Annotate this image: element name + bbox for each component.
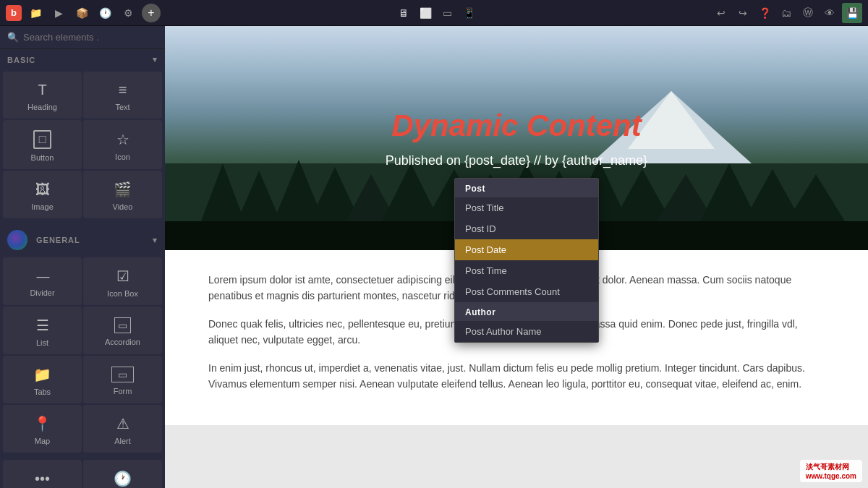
accordion-icon: ▭ — [114, 317, 131, 333]
toolbar-right: ↩ ↪ ❓ 🗂 Ⓦ 👁 💾 — [712, 3, 862, 23]
sidebar-item-heading[interactable]: T Heading — [3, 72, 82, 119]
desktop-icon[interactable]: 🖥 — [394, 4, 413, 22]
content-para-3: In enim just, rhoncus ut, imperdiet a, v… — [208, 360, 825, 393]
sidebar-item-form[interactable]: ▭ Form — [83, 356, 162, 403]
post-group-label: Post — [455, 179, 598, 197]
video-label: Video — [113, 202, 133, 211]
eye-icon[interactable]: 👁 — [820, 4, 839, 22]
heading-label: Heading — [27, 103, 57, 111]
general-elements-grid: — Divider ☑ Icon Box ☰ List ▭ Accordion … — [0, 254, 165, 455]
button-label: Button — [31, 153, 54, 162]
heading-icon: T — [38, 82, 46, 98]
clock2-icon: 🕐 — [114, 470, 132, 487]
play-icon[interactable]: ▶ — [49, 4, 68, 22]
save-icon[interactable]: 💾 — [842, 3, 862, 23]
sidebar-item-tabs[interactable]: 📁 Tabs — [3, 356, 82, 403]
general-section-label: GENERAL — [36, 236, 80, 244]
undo-icon[interactable]: ↩ — [712, 4, 731, 22]
sidebar-item-alert[interactable]: ⚠ Alert — [83, 405, 162, 453]
search-bar: 🔍 — [0, 26, 165, 49]
dropdown-item-post-time[interactable]: Post Time — [455, 260, 598, 281]
sidebar-item-list[interactable]: ☰ List — [3, 307, 82, 354]
sidebar-item-button[interactable]: □ Button — [3, 120, 82, 169]
alert-icon: ⚠ — [116, 415, 129, 432]
icon-label: Icon — [115, 153, 130, 161]
form-icon: ▭ — [111, 367, 134, 382]
icon-box-label: Icon Box — [107, 289, 138, 298]
folder-icon[interactable]: 📁 — [26, 4, 45, 22]
divider-icon: — — [37, 269, 48, 284]
clock-icon[interactable]: 🕐 — [95, 4, 114, 22]
hero-title: Dynamic Content — [391, 108, 641, 143]
text-label: Text — [115, 103, 129, 111]
search-icon: 🔍 — [7, 32, 19, 43]
tablet-portrait-icon[interactable]: ▭ — [438, 4, 456, 22]
list-icon: ☰ — [36, 317, 49, 334]
sidebar-item-icon[interactable]: ☆ Icon — [83, 120, 162, 169]
watermark: 淡气哥素材网 www.tqge.com — [800, 460, 862, 482]
mobile-icon[interactable]: 📱 — [459, 4, 478, 22]
sidebar-item-image[interactable]: 🖼 Image — [3, 171, 82, 218]
general-chevron-icon: ▾ — [153, 236, 158, 245]
button-icon: □ — [33, 130, 52, 149]
add-button[interactable]: + — [142, 4, 161, 22]
dropdown-item-post-date[interactable]: Post Date — [455, 239, 598, 260]
dropdown-menu: Post Post Title Post ID Post Date Post T… — [454, 178, 599, 343]
image-label: Image — [31, 202, 54, 211]
search-input[interactable] — [23, 32, 158, 43]
main-area: 🔍 BASIC ▾ T Heading ≡ Text □ Button ☆ Ic — [0, 26, 868, 488]
tablet-landscape-icon[interactable]: ⬜ — [416, 4, 435, 22]
divider-label: Divider — [30, 288, 54, 297]
sidebar-item-divider[interactable]: — Divider — [3, 257, 82, 305]
sidebar-item-more[interactable]: ••• — [3, 460, 82, 488]
sidebar: 🔍 BASIC ▾ T Heading ≡ Text □ Button ☆ Ic — [0, 26, 165, 488]
sidebar-item-map[interactable]: 📍 Map — [3, 405, 82, 453]
basic-section-header[interactable]: BASIC ▾ — [0, 49, 165, 69]
alert-label: Alert — [114, 437, 131, 445]
sidebar-item-accordion[interactable]: ▭ Accordion — [83, 307, 162, 354]
top-toolbar: b 📁 ▶ 📦 🕐 ⚙ + 🖥 ⬜ ▭ 📱 ↩ ↪ ❓ 🗂 Ⓦ 👁 💾 — [0, 0, 868, 26]
image-icon: 🖼 — [35, 181, 50, 198]
sidebar-item-text[interactable]: ≡ Text — [83, 72, 162, 119]
icon-star-icon: ☆ — [116, 131, 129, 148]
watermark-line1: 淡气哥素材网 — [806, 462, 856, 472]
dropdown-item-post-comments[interactable]: Post Comments Count — [455, 281, 598, 302]
map-icon: 📍 — [33, 415, 51, 432]
general-logo — [7, 230, 27, 250]
archive-icon[interactable]: 📦 — [72, 4, 91, 22]
general-section-header[interactable]: GENERAL ▾ — [0, 224, 165, 254]
tabs-label: Tabs — [34, 388, 51, 396]
canvas-area[interactable]: Dynamic Content Published on {post_date}… — [165, 26, 868, 488]
basic-elements-grid: T Heading ≡ Text □ Button ☆ Icon 🖼 Image… — [0, 69, 165, 221]
text-icon: ≡ — [119, 82, 127, 98]
form-label: Form — [114, 387, 132, 395]
settings-icon[interactable]: ⚙ — [119, 4, 137, 22]
app-logo: b — [6, 5, 22, 21]
dropdown-item-post-id[interactable]: Post ID — [455, 218, 598, 239]
dropdown-item-post-title[interactable]: Post Title — [455, 197, 598, 218]
more-icon: ••• — [35, 471, 50, 487]
hero-subtitle: Published on {post_date} // by {author_n… — [386, 153, 647, 168]
help-icon[interactable]: ❓ — [755, 4, 774, 22]
folder-open-icon[interactable]: 🗂 — [777, 4, 796, 22]
watermark-line2: www.tqge.com — [806, 472, 856, 480]
device-selector: 🖥 ⬜ ▭ 📱 — [394, 4, 478, 22]
dropdown-item-post-author-name[interactable]: Post Author Name — [455, 321, 598, 342]
more-elements-grid: ••• 🕐 — [0, 457, 165, 488]
tabs-icon: 📁 — [33, 366, 51, 383]
accordion-label: Accordion — [105, 338, 140, 346]
basic-chevron-icon: ▾ — [153, 55, 158, 64]
video-icon: 🎬 — [114, 181, 132, 198]
sidebar-item-video[interactable]: 🎬 Video — [83, 171, 162, 218]
icon-box-icon: ☑ — [116, 267, 129, 285]
sidebar-item-icon-box[interactable]: ☑ Icon Box — [83, 257, 162, 305]
map-label: Map — [35, 437, 50, 445]
list-label: List — [36, 338, 48, 347]
basic-section-label: BASIC — [7, 56, 35, 64]
author-group-label: Author — [455, 302, 598, 321]
wordpress-icon[interactable]: Ⓦ — [799, 4, 817, 22]
redo-icon[interactable]: ↪ — [733, 4, 752, 22]
sidebar-item-clock[interactable]: 🕐 — [83, 460, 162, 488]
